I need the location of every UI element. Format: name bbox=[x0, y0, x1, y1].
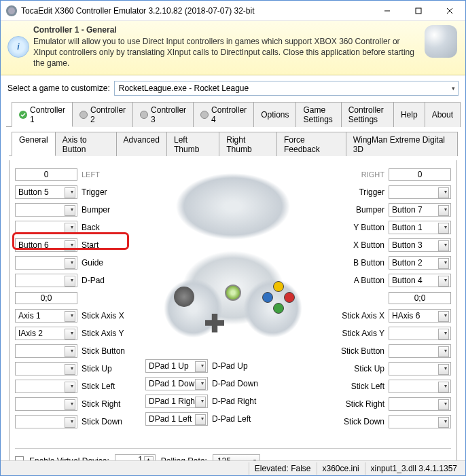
dpad-up-combo[interactable]: DPad 1 Up bbox=[145, 359, 208, 373]
tab-controller-3[interactable]: Controller 3 bbox=[132, 102, 194, 127]
subtab-force-feedback[interactable]: Force Feedback bbox=[276, 132, 346, 156]
right-header: RIGHT bbox=[361, 170, 384, 179]
tab-controller-2[interactable]: Controller 2 bbox=[72, 102, 133, 127]
status-off-icon bbox=[140, 111, 148, 119]
guide-button-icon bbox=[225, 285, 241, 301]
tab-help[interactable]: Help bbox=[393, 102, 425, 127]
right-a-combo[interactable]: Button 4 bbox=[389, 274, 451, 287]
tab-controller-4[interactable]: Controller 4 bbox=[193, 102, 254, 127]
right-stick-up-combo[interactable] bbox=[389, 362, 451, 376]
status-off-icon bbox=[200, 111, 209, 119]
right-b-combo[interactable]: Button 2 bbox=[389, 256, 451, 270]
left-bumper-combo[interactable] bbox=[15, 203, 77, 217]
subtab-left-thumb[interactable]: Left Thumb bbox=[166, 132, 219, 156]
svg-rect-1 bbox=[416, 8, 421, 14]
maximize-button[interactable] bbox=[403, 1, 434, 21]
tab-about[interactable]: About bbox=[425, 102, 461, 127]
main-tabs: Controller 1 Controller 2 Controller 3 C… bbox=[6, 101, 460, 127]
status-ok-icon bbox=[19, 111, 27, 119]
banner-title: Controller 1 - General bbox=[33, 25, 419, 35]
right-axisx-combo[interactable]: HAxis 6 bbox=[389, 309, 451, 323]
left-trigger-combo[interactable]: Button 5 bbox=[15, 185, 77, 199]
banner-body: Emulator will allow you to use Direct In… bbox=[33, 36, 419, 69]
left-stick-left-combo[interactable] bbox=[15, 380, 77, 393]
y-button-icon bbox=[273, 281, 284, 292]
b-button-icon bbox=[284, 292, 295, 303]
tab-game-settings[interactable]: Game Settings bbox=[295, 102, 341, 127]
info-icon: i bbox=[7, 36, 29, 58]
left-axisx-combo[interactable]: Axis 1 bbox=[15, 309, 77, 323]
status-off-icon bbox=[79, 111, 88, 119]
left-stick-icon bbox=[174, 287, 194, 307]
minimize-button[interactable] bbox=[372, 1, 403, 21]
subtab-right-thumb[interactable]: Right Thumb bbox=[219, 132, 277, 156]
controller-icon bbox=[425, 25, 457, 58]
game-select-label: Select a game to customize: bbox=[7, 84, 110, 93]
sub-tabs: General Axis to Button Advanced Left Thu… bbox=[9, 131, 457, 156]
status-ini: x360ce.ini bbox=[317, 462, 365, 475]
dpad-icon bbox=[205, 314, 224, 333]
dpad-right-combo[interactable]: DPad 1 Right bbox=[145, 395, 208, 408]
right-stick-button-combo[interactable] bbox=[389, 344, 451, 358]
window-title: TocaEdit X360 Controller Emulator 3.2.10… bbox=[21, 6, 372, 16]
left-stick-down-combo[interactable] bbox=[15, 415, 77, 428]
status-dll: xinput1_3.dll 3.4.1.1357 bbox=[365, 462, 463, 475]
tab-options[interactable]: Options bbox=[253, 102, 296, 127]
right-stick-right-combo[interactable] bbox=[389, 397, 451, 411]
left-stick-right-combo[interactable] bbox=[15, 397, 77, 411]
dpad-left-combo[interactable]: DPad 1 Left bbox=[145, 412, 208, 426]
right-trigger-combo[interactable] bbox=[389, 185, 451, 199]
subtab-axis-to-button[interactable]: Axis to Button bbox=[55, 132, 117, 156]
right-y-combo[interactable]: Button 1 bbox=[389, 221, 451, 234]
left-trigger-value: 0 bbox=[15, 168, 77, 181]
left-stick-button-combo[interactable] bbox=[15, 344, 77, 358]
a-button-icon bbox=[273, 303, 284, 314]
right-trigger-value: 0 bbox=[389, 168, 451, 181]
left-start-combo[interactable]: Button 6 bbox=[15, 238, 77, 252]
game-select-combo[interactable]: RocketLeague.exe - Rocket League bbox=[114, 81, 459, 96]
left-back-combo[interactable] bbox=[15, 221, 77, 234]
controller-illustration bbox=[143, 166, 323, 349]
subtab-general[interactable]: General bbox=[12, 132, 56, 156]
left-dpad-combo[interactable] bbox=[15, 274, 77, 287]
left-stick-coord: 0;0 bbox=[15, 292, 77, 304]
tab-controller-settings[interactable]: Controller Settings bbox=[341, 102, 394, 127]
subtab-device-name[interactable]: WingMan Extreme Digital 3D bbox=[346, 132, 458, 156]
left-guide-combo[interactable] bbox=[15, 256, 77, 270]
x-button-icon bbox=[262, 292, 273, 303]
subtab-advanced[interactable]: Advanced bbox=[116, 132, 167, 156]
right-stick-down-combo[interactable] bbox=[389, 415, 451, 428]
right-x-combo[interactable]: Button 3 bbox=[389, 238, 451, 252]
right-stick-left-combo[interactable] bbox=[389, 380, 451, 393]
status-elevated: Elevated: False bbox=[249, 462, 317, 475]
right-bumper-combo[interactable]: Button 7 bbox=[389, 203, 451, 217]
left-header: LEFT bbox=[82, 170, 100, 179]
left-stick-up-combo[interactable] bbox=[15, 362, 77, 376]
close-button[interactable] bbox=[434, 1, 465, 21]
right-axisy-combo[interactable] bbox=[389, 327, 451, 340]
right-stick-coord: 0;0 bbox=[389, 292, 451, 304]
left-axisy-combo[interactable]: IAxis 2 bbox=[15, 327, 77, 340]
app-icon bbox=[6, 5, 17, 16]
dpad-down-combo[interactable]: DPad 1 Down bbox=[145, 377, 208, 390]
tab-controller-1[interactable]: Controller 1 bbox=[12, 102, 73, 127]
